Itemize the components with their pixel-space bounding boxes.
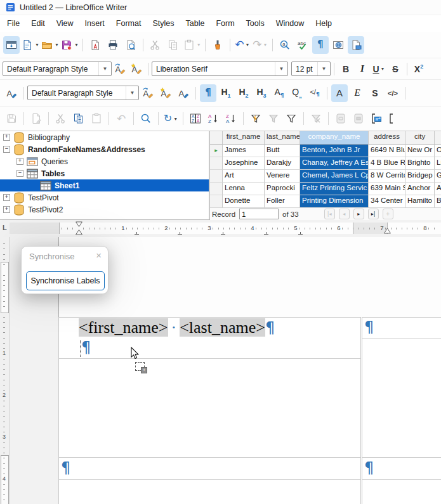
preformatted-style-button[interactable]: </¶ xyxy=(306,84,323,102)
tab-type-selector[interactable]: L xyxy=(3,224,7,231)
data-to-text-button[interactable] xyxy=(332,110,349,127)
find-record-button[interactable] xyxy=(138,110,154,127)
menu-item-form[interactable]: Form xyxy=(210,17,240,30)
sort-descending-button[interactable]: ZA xyxy=(223,110,239,127)
reset-filter-button[interactable] xyxy=(308,110,324,127)
tree-item-tables[interactable]: −Tables xyxy=(0,167,209,179)
chevron-down-icon[interactable]: ▼ xyxy=(275,62,287,75)
strikethrough-button[interactable]: S xyxy=(388,61,403,77)
tree-expander-icon[interactable]: + xyxy=(3,134,10,141)
undo-button[interactable]: ↶▼ xyxy=(234,36,251,54)
menu-item-tools[interactable]: Tools xyxy=(240,17,270,30)
menu-item-help[interactable]: Help xyxy=(310,17,338,30)
label-frame-b[interactable]: ¶ xyxy=(362,317,441,458)
grid-cell[interactable]: Darakjy xyxy=(265,157,300,170)
emphasis-style-button[interactable]: E xyxy=(349,84,365,102)
grid-cell[interactable]: Foller xyxy=(265,195,300,208)
close-icon[interactable]: × xyxy=(96,250,102,261)
cut-button[interactable] xyxy=(147,36,164,54)
tree-item-sheet1[interactable]: Sheet1 xyxy=(0,179,209,191)
data-sources-button[interactable] xyxy=(3,36,20,54)
first-name-field[interactable]: <first_name> xyxy=(79,318,168,337)
grid-cell[interactable]: G xyxy=(435,170,441,183)
autofilter-button[interactable] xyxy=(247,110,264,127)
tree-item-randomfakenames-addresses[interactable]: −RandomFakeNames&Addresses xyxy=(0,143,209,155)
grid-cell[interactable]: Art xyxy=(223,170,265,183)
grid-cell[interactable]: Feltz Printing Servic xyxy=(300,183,369,195)
last-name-field[interactable]: <last_name> xyxy=(180,318,265,337)
grid-cell[interactable]: 8 W Cerritos xyxy=(369,170,405,183)
column-header-address[interactable]: address xyxy=(369,131,405,145)
code-style-button[interactable]: </> xyxy=(385,84,401,102)
styles-deck-button[interactable] xyxy=(3,84,20,102)
menu-item-file[interactable]: File xyxy=(1,17,25,30)
tree-item-testpivot[interactable]: +TestPivot xyxy=(0,191,209,204)
new-record-button[interactable]: + xyxy=(383,209,393,219)
label-frame-c[interactable]: ¶ xyxy=(58,458,361,504)
sort-ascending-button[interactable]: AZ xyxy=(205,110,221,127)
save-button[interactable]: ▼ xyxy=(60,36,79,54)
new-document-button[interactable]: ▼ xyxy=(21,36,39,54)
menu-item-window[interactable]: Window xyxy=(270,17,310,30)
grid-cell[interactable]: A xyxy=(435,183,441,195)
record-number-input[interactable] xyxy=(239,209,279,219)
column-header-last_name[interactable]: last_name xyxy=(265,131,300,145)
no-character-style-button[interactable]: A xyxy=(331,84,348,102)
chevron-down-icon[interactable]: ▼ xyxy=(98,62,111,75)
column-header-company_name[interactable]: company_name xyxy=(300,131,369,145)
grid-cell[interactable]: Anchor xyxy=(405,183,435,195)
find-replace-button[interactable]: a xyxy=(277,36,293,54)
column-header-county[interactable] xyxy=(435,131,441,145)
column-header-city[interactable]: city xyxy=(405,131,435,145)
paste-record-button[interactable] xyxy=(88,110,105,127)
synchronise-labels-button[interactable]: Synchronise Labels xyxy=(26,271,105,290)
grid-cell[interactable]: New Or xyxy=(405,145,435,157)
grid-cell[interactable]: 6649 N Blue xyxy=(369,145,405,157)
undo-dropdown[interactable]: ▼ xyxy=(245,42,249,47)
redo-dropdown[interactable]: ▼ xyxy=(263,42,267,47)
refresh-button[interactable]: ↻▼ xyxy=(162,110,179,127)
grid-cell[interactable]: Benton, John B Jr xyxy=(300,145,369,157)
insert-page-break-button[interactable] xyxy=(348,36,364,54)
superscript-button[interactable]: X2 xyxy=(411,61,426,77)
update-style-button[interactable] xyxy=(112,61,128,77)
print-button[interactable] xyxy=(105,36,121,54)
row-header[interactable]: ▸ xyxy=(210,145,223,157)
quotation-style-button[interactable]: Q„ xyxy=(289,84,305,102)
grid-cell[interactable]: O xyxy=(435,145,441,157)
row-header[interactable] xyxy=(210,157,223,170)
italic-button[interactable]: I xyxy=(355,61,370,77)
paste-button[interactable]: ▼ xyxy=(183,36,201,54)
tree-expander-icon[interactable]: + xyxy=(16,158,23,165)
paragraph-style-combobox-2[interactable]: Default Paragraph Style▼ xyxy=(27,86,139,100)
menu-item-edit[interactable]: Edit xyxy=(25,17,51,30)
grid-cell[interactable]: Hamilto xyxy=(405,195,435,208)
heading2-style-button[interactable]: H2 xyxy=(235,84,252,102)
open-button[interactable]: ▼ xyxy=(41,36,59,54)
tab-stop-marker[interactable] xyxy=(221,232,225,235)
next-record-button[interactable]: ▸ xyxy=(353,209,364,219)
strong-style-button[interactable]: S xyxy=(367,84,383,102)
tree-expander-icon[interactable]: − xyxy=(3,146,10,153)
more-data-button[interactable] xyxy=(386,110,402,127)
grid-cell[interactable]: Paprocki xyxy=(265,183,300,195)
tab-stop-marker[interactable] xyxy=(298,232,303,235)
paragraph-style-combobox[interactable]: Default Paragraph Style▼ xyxy=(3,61,112,76)
formatting-marks-button-2[interactable]: ¶ xyxy=(200,84,216,102)
refresh-dropdown[interactable]: ▼ xyxy=(173,117,178,121)
tree-item-bibliography[interactable]: +Bibliography xyxy=(0,131,209,143)
tree-expander-icon[interactable]: − xyxy=(16,170,23,177)
chevron-down-icon[interactable]: ▼ xyxy=(317,62,330,75)
edit-data-button[interactable] xyxy=(28,110,44,127)
insert-image-button[interactable] xyxy=(330,36,346,54)
copy-record-button[interactable] xyxy=(70,110,87,127)
tree-item-testpivot2[interactable]: +TestPivot2 xyxy=(0,204,209,216)
tree-expander-icon[interactable]: + xyxy=(3,206,10,213)
grid-cell[interactable]: Butt xyxy=(265,145,300,157)
heading1-style-button[interactable]: H1 xyxy=(218,84,234,102)
apply-filter-button[interactable] xyxy=(265,110,282,127)
tree-expander-icon[interactable]: + xyxy=(3,194,10,201)
grid-cell[interactable]: 4 B Blue Ric xyxy=(369,157,405,170)
standard-filter-button[interactable] xyxy=(283,110,299,127)
font-size-combobox[interactable]: 12 pt▼ xyxy=(291,61,331,76)
